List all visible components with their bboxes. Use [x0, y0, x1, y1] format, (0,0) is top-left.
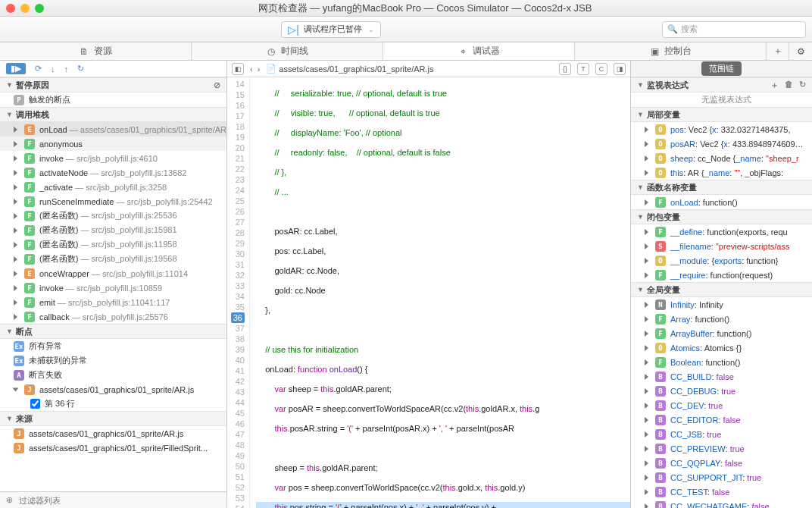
- bp-file[interactable]: Jassets/cases/01_graphics/01_sprite/AR.j…: [0, 382, 226, 397]
- step-out-btn[interactable]: ↑: [64, 64, 69, 74]
- callstack-frame[interactable]: Fanonymous: [0, 136, 226, 151]
- callstack-frame[interactable]: EonceWrapper — src/jsb_polyfill.js:11014: [0, 266, 226, 281]
- var-row[interactable]: BCC_QQPLAY: false: [631, 456, 812, 470]
- var-row[interactable]: FBoolean: function(): [631, 355, 812, 369]
- tab-debugger[interactable]: ⌖调试器: [383, 42, 575, 60]
- callstack-frame[interactable]: Finvoke — src/jsb_polyfill.js:4610: [0, 151, 226, 165]
- callstack-header[interactable]: ▼调用堆栈: [0, 107, 226, 122]
- var-row[interactable]: FArrayBuffer: function(): [631, 326, 812, 340]
- step-btn[interactable]: ↻: [77, 64, 84, 74]
- braces-btn[interactable]: {}: [559, 63, 571, 75]
- var-row[interactable]: Othis: AR {_name: "", _objFlags:: [631, 165, 812, 180]
- nav-fwd[interactable]: ›: [258, 64, 261, 74]
- close-icon[interactable]: [6, 4, 15, 13]
- var-row[interactable]: F__require: function(request): [631, 268, 812, 282]
- closure-header[interactable]: ▼闭包变量: [631, 209, 812, 224]
- file-crumb[interactable]: 📄assets/cases/01_graphics/01_sprite/AR.j…: [266, 64, 553, 74]
- breakpoints-header[interactable]: ▼断点: [0, 324, 226, 339]
- chevron-down-icon[interactable]: ⌄: [368, 26, 374, 33]
- var-row[interactable]: Osheep: cc_Node {_name: "sheep_r: [631, 151, 812, 165]
- var-row[interactable]: S__filename: "preview-scripts/ass: [631, 239, 812, 253]
- sidebar-toggle[interactable]: ◧: [232, 63, 244, 75]
- callstack-frame[interactable]: Fcallback — src/jsb_polyfill.js:25576: [0, 309, 226, 324]
- left-statusbar: ⊕: [0, 491, 226, 508]
- bp-uncaught[interactable]: Ex未捕获到的异常: [0, 353, 226, 368]
- callstack-frame[interactable]: F(匿名函数) — src/jsb_polyfill.js:19568: [0, 252, 226, 266]
- locals-header[interactable]: ▼局部变量: [631, 107, 812, 122]
- refresh-icon[interactable]: ↻: [799, 80, 806, 91]
- callstack-frame[interactable]: Finvoke — src/jsb_polyfill.js:10859: [0, 281, 226, 295]
- frame-badge: F: [24, 225, 35, 236]
- c-btn[interactable]: C: [595, 63, 607, 75]
- tab-timeline[interactable]: ◷时间线: [192, 42, 383, 60]
- add-icon[interactable]: ⊕: [6, 495, 13, 505]
- var-row[interactable]: F__define: function(exports, requ: [631, 224, 812, 239]
- frame-badge: F: [24, 153, 35, 164]
- var-row[interactable]: BCC_EDITOR: false: [631, 412, 812, 427]
- bp-assert[interactable]: A断言失败: [0, 368, 226, 382]
- var-row[interactable]: Opos: Vec2 {x: 332.03271484375,: [631, 122, 812, 136]
- frame-badge: E: [24, 268, 35, 279]
- exception-icon: Ex: [14, 341, 24, 352]
- globals-header[interactable]: ▼全局变量: [631, 282, 812, 297]
- watch-header[interactable]: ▼监视表达式＋🗑↻: [631, 77, 812, 93]
- clear-icon[interactable]: ⊘: [214, 80, 220, 90]
- var-row[interactable]: O__module: {exports: function}: [631, 253, 812, 268]
- var-row[interactable]: FArray: function(): [631, 312, 812, 326]
- bp-checkbox[interactable]: [30, 399, 40, 409]
- var-row[interactable]: BCC_DEBUG: true: [631, 384, 812, 398]
- callstack-frame[interactable]: EonLoad — assets/cases/01_graphics/01_sp…: [0, 122, 226, 136]
- pause-btn[interactable]: ▮▶: [6, 63, 26, 74]
- var-row[interactable]: BCC_SUPPORT_JIT: true: [631, 470, 812, 484]
- tab-console[interactable]: ▣控制台: [575, 42, 767, 60]
- callstack-frame[interactable]: Femit — src/jsb_polyfill.js:11041:117: [0, 295, 226, 309]
- var-row[interactable]: BCC_DEV: true: [631, 398, 812, 412]
- callstack-frame[interactable]: F(匿名函数) — src/jsb_polyfill.js:25536: [0, 209, 226, 223]
- sources-header[interactable]: ▼来源: [0, 411, 226, 426]
- step-into-btn[interactable]: ↓: [51, 64, 55, 74]
- callstack-frame[interactable]: F(匿名函数) — src/jsb_polyfill.js:15981: [0, 223, 226, 237]
- callstack-frame[interactable]: FactivateNode — src/jsb_polyfill.js:1368…: [0, 165, 226, 180]
- source-item[interactable]: Jassets/cases/01_graphics/01_sprite/Fill…: [0, 441, 226, 455]
- file-icon: 📄: [266, 64, 276, 74]
- source-item[interactable]: Jassets/cases/01_graphics/01_sprite/AR.j…: [0, 426, 226, 441]
- type-badge: O: [655, 124, 666, 135]
- var-row[interactable]: OAtomics: Atomics {}: [631, 340, 812, 355]
- var-row[interactable]: BCC_JSB: true: [631, 427, 812, 441]
- callstack-frame[interactable]: FrunSceneImmediate — src/jsb_polyfill.js…: [0, 194, 226, 209]
- type-badge: O: [655, 168, 666, 178]
- t-btn[interactable]: T: [577, 63, 589, 75]
- var-row[interactable]: BCC_WECHATGAME: false: [631, 499, 812, 508]
- callstack-frame[interactable]: F(匿名函数) — src/jsb_polyfill.js:11958: [0, 237, 226, 252]
- continue-icon[interactable]: ▷|: [288, 24, 299, 36]
- code-editor[interactable]: 1415161718192021222324252627282930313233…: [227, 77, 630, 508]
- minimize-icon[interactable]: [20, 4, 30, 13]
- type-badge: B: [655, 429, 666, 440]
- type-badge: B: [655, 386, 666, 397]
- bp-line[interactable]: 第 36 行: [0, 397, 226, 411]
- pause-reason-header[interactable]: ▼暂停原因⊘: [0, 77, 226, 93]
- trash-icon[interactable]: 🗑: [785, 80, 793, 91]
- funcvars-header[interactable]: ▼函数名称变量: [631, 180, 812, 195]
- zoom-icon[interactable]: [35, 4, 44, 13]
- var-row[interactable]: OposAR: Vec2 {x: 433.8948974609…: [631, 136, 812, 151]
- scope-chain-btn[interactable]: 范围链: [701, 61, 742, 76]
- bp-all-exceptions[interactable]: Ex所有异常: [0, 339, 226, 353]
- tab-resources[interactable]: 🗎资源: [0, 42, 192, 60]
- step-over-btn[interactable]: ⟳: [35, 64, 42, 74]
- var-row[interactable]: BCC_TEST: false: [631, 484, 812, 499]
- window-controls: [6, 4, 44, 13]
- nav-back[interactable]: ‹: [250, 64, 253, 74]
- tab-add[interactable]: ＋: [767, 42, 789, 60]
- debug-status-control[interactable]: ▷| 调试程序已暂停 ⌄: [281, 21, 381, 38]
- search-field[interactable]: 🔍 搜索: [662, 21, 806, 38]
- tab-gear[interactable]: ⚙: [789, 42, 812, 60]
- var-row[interactable]: BCC_PREVIEW: true: [631, 441, 812, 456]
- callstack-frame[interactable]: F_activate — src/jsb_polyfill.js:3258: [0, 180, 226, 194]
- var-row[interactable]: NInfinity: Infinity: [631, 297, 812, 312]
- filter-input[interactable]: [19, 496, 220, 505]
- add-icon[interactable]: ＋: [770, 80, 779, 91]
- right-sidebar-toggle[interactable]: ◨: [614, 63, 626, 75]
- var-row[interactable]: FonLoad: function(): [631, 195, 812, 209]
- var-row[interactable]: BCC_BUILD: false: [631, 369, 812, 384]
